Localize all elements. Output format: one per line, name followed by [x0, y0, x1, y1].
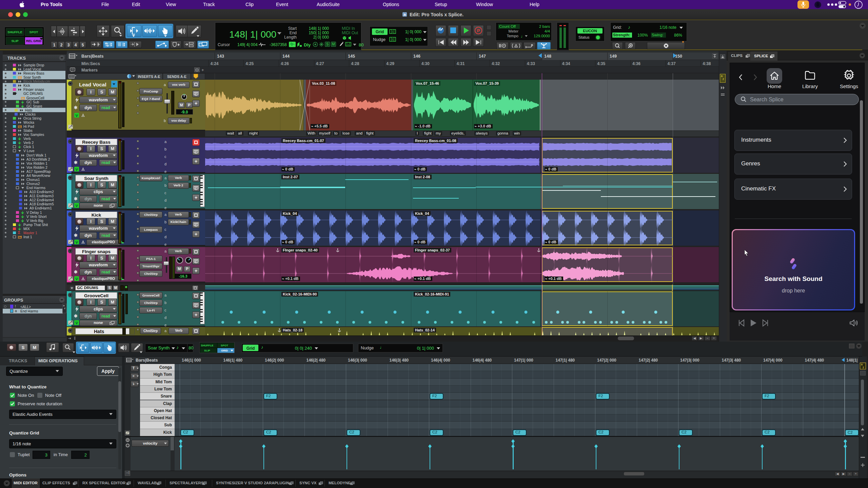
svg-text:P: P	[477, 28, 480, 33]
svg-text:1: 1	[392, 38, 393, 41]
svg-text:1: 1	[348, 43, 349, 46]
svg-text:1: 1	[392, 30, 393, 33]
